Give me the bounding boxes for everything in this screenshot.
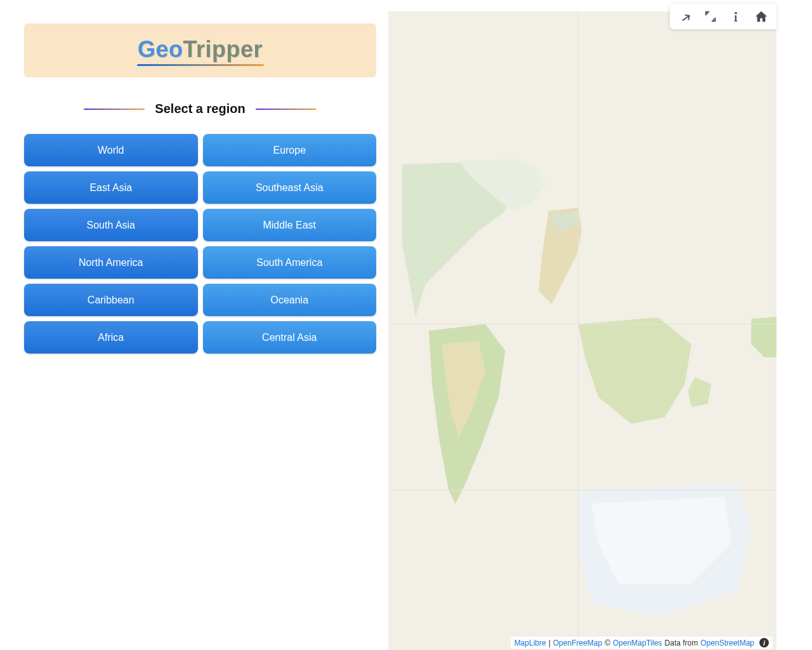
info-icon xyxy=(729,10,743,23)
attribution-data-from: Data from xyxy=(665,639,698,647)
attribution-separator: | xyxy=(549,639,551,647)
region-button-africa[interactable]: Africa xyxy=(24,321,198,354)
map-panel[interactable]: MapLibre | OpenFreeMap © OpenMapTiles Da… xyxy=(388,11,776,650)
map-attribution: MapLibre | OpenFreeMap © OpenMapTiles Da… xyxy=(511,637,773,649)
home-icon xyxy=(754,10,768,23)
home-button[interactable] xyxy=(752,8,770,25)
attribution-copyright: © xyxy=(605,639,610,647)
region-button-middle-east[interactable]: Middle East xyxy=(203,209,377,241)
section-heading-row: Select a region xyxy=(24,102,376,116)
info-button[interactable] xyxy=(727,8,745,25)
region-button-world[interactable]: World xyxy=(24,134,198,166)
fullscreen-button[interactable] xyxy=(702,8,719,25)
logo-text-tripper: Tripper xyxy=(183,36,263,62)
logo-underline xyxy=(137,64,264,66)
heading-rule-left xyxy=(84,109,145,110)
region-button-central-asia[interactable]: Central Asia xyxy=(203,321,377,354)
section-heading: Select a region xyxy=(155,102,245,116)
attribution-openmaptiles-link[interactable]: OpenMapTiles xyxy=(613,639,662,647)
fullscreen-icon xyxy=(704,10,717,23)
attribution-info-icon[interactable]: i xyxy=(759,638,769,647)
logo-text-geo: Geo xyxy=(138,36,183,62)
attribution-maplibre-link[interactable]: MapLibre xyxy=(514,639,546,647)
heading-rule-right xyxy=(256,109,317,110)
region-button-north-america[interactable]: North America xyxy=(24,246,198,279)
attribution-osm-link[interactable]: OpenStreetMap xyxy=(700,639,754,647)
region-button-europe[interactable]: Europe xyxy=(203,134,377,166)
region-button-south-america[interactable]: South America xyxy=(203,246,377,279)
share-icon xyxy=(678,10,692,23)
world-map xyxy=(388,11,776,650)
region-button-southeast-asia[interactable]: Southeast Asia xyxy=(203,171,377,204)
map-toolbar xyxy=(670,4,776,29)
left-panel: GeoTripper Select a region World Europe … xyxy=(0,11,388,650)
region-button-oceania[interactable]: Oceania xyxy=(203,284,377,316)
svg-point-4 xyxy=(735,12,737,15)
app-logo: GeoTripper xyxy=(138,36,263,63)
share-button[interactable] xyxy=(676,8,694,25)
region-button-south-asia[interactable]: South Asia xyxy=(24,209,198,241)
attribution-openfreemap-link[interactable]: OpenFreeMap xyxy=(553,639,602,647)
region-button-caribbean[interactable]: Caribbean xyxy=(24,284,198,316)
logo-banner: GeoTripper xyxy=(24,23,376,77)
region-grid: World Europe East Asia Southeast Asia So… xyxy=(24,134,376,354)
region-button-east-asia[interactable]: East Asia xyxy=(24,171,198,204)
